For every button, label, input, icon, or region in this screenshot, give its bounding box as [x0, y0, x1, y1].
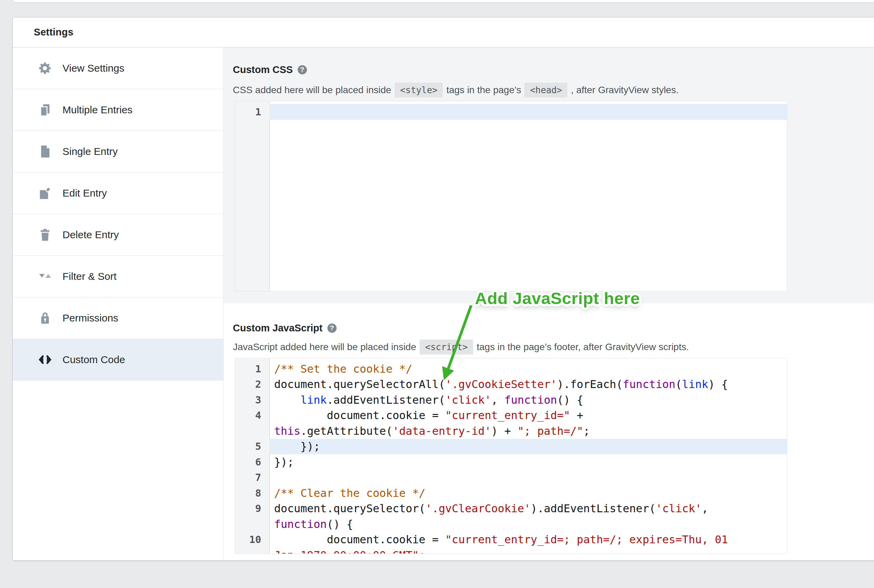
- sidebar-item-label: Permissions: [63, 312, 118, 324]
- settings-sidebar: View Settings Multiple Entries Single En…: [13, 48, 224, 560]
- code-text: link.addEventListener('click', function(…: [269, 392, 787, 408]
- settings-card: Settings View Settings Multiple Entries: [12, 17, 874, 561]
- custom-javascript-title: Custom JavaScript: [233, 322, 323, 334]
- code-line: 1/** Set the cookie */: [235, 361, 787, 377]
- code-brackets-icon: [38, 352, 52, 367]
- custom-javascript-editor[interactable]: 1/** Set the cookie */2document.querySel…: [235, 358, 787, 554]
- sidebar-item-label: Single Entry: [63, 146, 118, 158]
- line-number: [235, 423, 269, 439]
- line-number: 8: [235, 485, 269, 501]
- sidebar-item-permissions[interactable]: Permissions: [13, 298, 223, 339]
- sidebar-item-label: Filter & Sort: [63, 271, 116, 282]
- sidebar-item-label: Edit Entry: [63, 188, 107, 199]
- code-line: Jan 1970 00:00:00 GMT";: [235, 548, 787, 554]
- head-tag-chip: <head>: [524, 82, 568, 98]
- line-number: [235, 548, 269, 554]
- gear-icon: [38, 61, 52, 75]
- line-number: 3: [235, 392, 269, 408]
- code-text: document.cookie = "current_entry_id=; pa…: [269, 532, 787, 548]
- custom-code-panel: Custom CSS ? CSS added here will be plac…: [224, 48, 874, 560]
- card-header: Settings: [13, 17, 874, 47]
- sidebar-item-label: Multiple Entries: [63, 104, 132, 116]
- code-text: document.cookie = "current_entry_id=" +: [269, 408, 787, 423]
- line-number: 10: [235, 532, 269, 548]
- sidebar-item-delete-entry[interactable]: Delete Entry: [13, 214, 223, 256]
- style-tag-chip: <style>: [395, 82, 443, 98]
- trash-icon: [38, 228, 52, 242]
- custom-css-description: CSS added here will be placed inside<sty…: [233, 81, 679, 100]
- sidebar-item-label: View Settings: [63, 63, 124, 74]
- custom-javascript-description: JavaScript added here will be placed ins…: [233, 338, 689, 357]
- script-tag-chip: <script>: [420, 339, 473, 355]
- line-number: 1: [235, 361, 269, 377]
- sidebar-item-multiple-entries[interactable]: Multiple Entries: [13, 89, 223, 131]
- sidebar-item-filter-sort[interactable]: Filter & Sort: [13, 256, 223, 298]
- code-text: this.getAttribute('data-entry-id') + "; …: [269, 423, 787, 439]
- code-line: function() {: [235, 516, 787, 532]
- help-icon[interactable]: ?: [298, 65, 307, 74]
- code-text: /** Set the cookie */: [269, 361, 787, 377]
- code-text: document.querySelector('.gvClearCookie')…: [269, 501, 787, 517]
- code-line: 10 document.cookie = "current_entry_id=;…: [235, 532, 787, 548]
- sort-triangles-icon: [38, 269, 52, 284]
- sidebar-item-label: Custom Code: [63, 354, 125, 366]
- sidebar-item-edit-entry[interactable]: Edit Entry: [13, 172, 223, 214]
- line-number: 9: [235, 501, 269, 517]
- code-line: this.getAttribute('data-entry-id') + "; …: [235, 423, 787, 439]
- custom-css-editor[interactable]: 1: [235, 101, 787, 291]
- line-number: 6: [235, 454, 269, 470]
- code-text: Jan 1970 00:00:00 GMT";: [269, 548, 787, 554]
- edit-pencil-icon: [38, 186, 52, 200]
- code-line: 4 document.cookie = "current_entry_id=" …: [235, 408, 787, 423]
- line-number: 4: [235, 408, 269, 423]
- card-title: Settings: [34, 27, 74, 38]
- code-line: 7: [235, 470, 787, 486]
- code-line: 2document.querySelectorAll('.gvCookieSet…: [235, 377, 787, 393]
- lock-icon: [38, 311, 52, 325]
- code-text: [269, 104, 787, 120]
- line-number: 1: [235, 104, 269, 120]
- custom-css-title: Custom CSS: [233, 64, 293, 75]
- sidebar-item-label: Delete Entry: [63, 229, 119, 241]
- page-background: Settings View Settings Multiple Entries: [0, 0, 874, 588]
- previous-card-bottom-edge: [12, 0, 874, 3]
- page-icon: [38, 144, 52, 159]
- code-text: document.querySelectorAll('.gvCookieSett…: [269, 377, 787, 393]
- sidebar-item-view-settings[interactable]: View Settings: [13, 48, 223, 89]
- line-number: 5: [235, 439, 269, 454]
- code-text: [269, 470, 787, 486]
- code-text: });: [269, 439, 787, 454]
- line-number: [235, 516, 269, 532]
- code-text: });: [269, 454, 787, 470]
- code-text: /** Clear the cookie */: [269, 485, 787, 501]
- sidebar-item-single-entry[interactable]: Single Entry: [13, 131, 223, 172]
- line-number-gutter: [235, 101, 270, 291]
- code-text: function() {: [269, 516, 787, 532]
- help-icon[interactable]: ?: [327, 324, 336, 333]
- code-line: 3 link.addEventListener('click', functio…: [235, 392, 787, 408]
- code-line: 9document.querySelector('.gvClearCookie'…: [235, 501, 787, 517]
- code-line: 6});: [235, 454, 787, 470]
- custom-css-heading-row: Custom CSS ?: [233, 60, 307, 79]
- line-number: 7: [235, 470, 269, 486]
- add-javascript-annotation: Add JavaScript here: [475, 289, 640, 308]
- code-line: 8/** Clear the cookie */: [235, 485, 787, 501]
- code-line: 5 });: [235, 439, 787, 454]
- stacked-pages-icon: [38, 103, 52, 117]
- line-number: 2: [235, 377, 269, 393]
- sidebar-item-custom-code[interactable]: Custom Code: [13, 339, 223, 381]
- code-line: 1: [235, 104, 787, 120]
- custom-javascript-heading-row: Custom JavaScript ?: [233, 318, 336, 338]
